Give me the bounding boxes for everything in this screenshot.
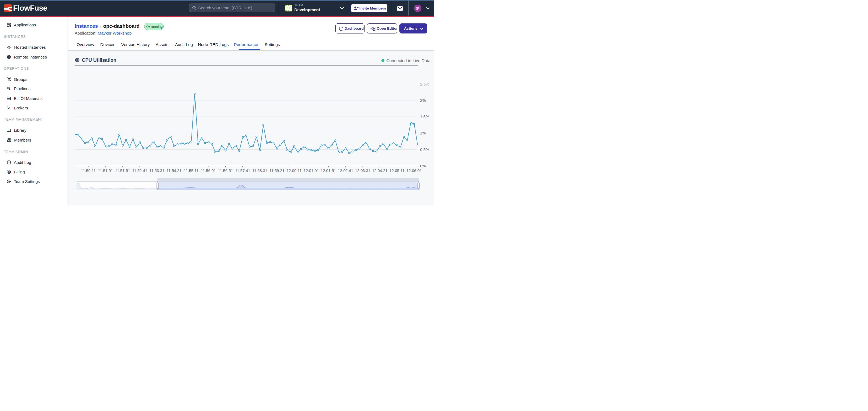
- svg-text:11:54:21: 11:54:21: [166, 169, 181, 173]
- svg-text:12:02:41: 12:02:41: [338, 169, 353, 173]
- svg-text:11:58:31: 11:58:31: [252, 169, 267, 173]
- svg-text:12:01:51: 12:01:51: [321, 169, 336, 173]
- svg-text:12:05:11: 12:05:11: [389, 169, 404, 173]
- svg-text:12:03:31: 12:03:31: [355, 169, 370, 173]
- svg-text:12:01:01: 12:01:01: [304, 169, 319, 173]
- svg-text:11:52:41: 11:52:41: [132, 169, 147, 173]
- svg-text:1%: 1%: [420, 131, 426, 135]
- svg-text:0%: 0%: [420, 164, 426, 168]
- svg-text:2%: 2%: [420, 98, 426, 103]
- svg-text:12:04:21: 12:04:21: [372, 169, 388, 173]
- svg-text:11:56:01: 11:56:01: [201, 169, 216, 173]
- svg-text:12:06:01: 12:06:01: [406, 169, 422, 173]
- svg-text:11:59:21: 11:59:21: [270, 169, 284, 173]
- svg-text:11:53:31: 11:53:31: [149, 169, 164, 173]
- svg-text:12:00:11: 12:00:11: [287, 169, 302, 173]
- svg-text:11:50:11: 11:50:11: [81, 169, 96, 173]
- svg-text:11:51:51: 11:51:51: [115, 169, 130, 173]
- svg-text:11:56:51: 11:56:51: [218, 169, 233, 173]
- svg-text:2.5%: 2.5%: [420, 82, 429, 86]
- svg-text:1.5%: 1.5%: [420, 114, 429, 119]
- svg-text:11:51:01: 11:51:01: [98, 169, 113, 173]
- svg-text:0.5%: 0.5%: [420, 147, 429, 152]
- svg-text:11:55:11: 11:55:11: [184, 169, 198, 173]
- svg-text:11:57:41: 11:57:41: [235, 169, 250, 173]
